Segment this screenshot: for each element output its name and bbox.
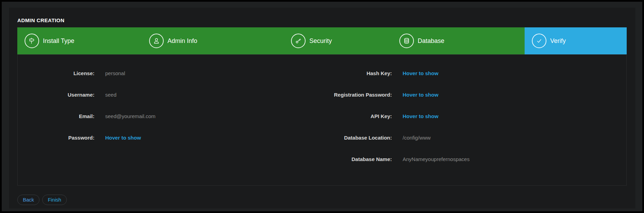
wizard-step-admin-info[interactable]: Admin Info — [142, 27, 284, 54]
wizard-step-bar: Install Type Admin Info — [17, 27, 627, 54]
email-value: seed@youremail.com — [105, 113, 155, 119]
registration-password-hover-to-show-link[interactable]: Hover to show — [403, 92, 438, 98]
wizard-step-label: Install Type — [43, 37, 74, 45]
wizard-step-label: Database — [418, 37, 444, 45]
summary-row-username: Username: seed — [18, 84, 322, 105]
wizard-step-security[interactable]: Security — [284, 27, 392, 54]
license-value: personal — [105, 70, 125, 76]
hash-key-label: Hash Key: — [322, 70, 392, 76]
summary-left-column: License: personal Username: seed Email: … — [18, 62, 322, 185]
database-location-value: /config/www — [403, 135, 431, 141]
key-icon — [291, 34, 306, 48]
password-hover-to-show-link[interactable]: Hover to show — [105, 135, 141, 141]
username-label: Username: — [18, 92, 94, 98]
summary-row-api-key: API Key: Hover to show — [322, 105, 627, 127]
wizard-footer: Back Finish — [17, 195, 627, 205]
database-location-label: Database Location: — [322, 135, 392, 141]
finish-button[interactable]: Finish — [42, 195, 67, 205]
wizard-step-label: Security — [309, 37, 332, 45]
registration-password-label: Registration Password: — [322, 92, 392, 98]
app-window: ADMIN CREATION Install Type — [0, 0, 644, 213]
summary-row-database-location: Database Location: /config/www — [322, 127, 627, 148]
wizard-step-label: Verify — [550, 37, 566, 45]
api-key-hover-to-show-link[interactable]: Hover to show — [403, 113, 438, 119]
signpost-icon — [25, 34, 39, 48]
wizard-step-install-type[interactable]: Install Type — [17, 27, 142, 54]
page-title: ADMIN CREATION — [17, 17, 627, 24]
password-label: Password: — [18, 135, 94, 141]
database-name-value: AnyNameyouprefernospaces — [403, 156, 470, 162]
wizard-step-label: Admin Info — [167, 37, 197, 45]
hash-key-hover-to-show-link[interactable]: Hover to show — [403, 70, 438, 76]
verify-summary-panel: License: personal Username: seed Email: … — [17, 54, 627, 186]
wizard-step-database[interactable]: Database — [392, 27, 525, 54]
summary-row-license: License: personal — [18, 62, 322, 84]
email-label: Email: — [18, 113, 94, 119]
summary-row-hash-key: Hash Key: Hover to show — [322, 62, 627, 84]
summary-row-registration-password: Registration Password: Hover to show — [322, 84, 627, 105]
api-key-label: API Key: — [322, 113, 392, 119]
license-label: License: — [18, 70, 94, 76]
back-button[interactable]: Back — [17, 195, 39, 205]
summary-row-database-name: Database Name: AnyNameyouprefernospaces — [322, 148, 627, 170]
summary-right-column: Hash Key: Hover to show Registration Pas… — [322, 62, 627, 185]
user-icon — [149, 34, 164, 48]
summary-row-email: Email: seed@youremail.com — [18, 105, 322, 127]
username-value: seed — [105, 92, 117, 98]
database-name-label: Database Name: — [322, 156, 392, 162]
summary-row-password: Password: Hover to show — [18, 127, 322, 148]
wizard-step-verify[interactable]: Verify — [525, 27, 627, 54]
admin-creation-panel: ADMIN CREATION Install Type — [9, 8, 635, 208]
database-icon — [399, 34, 414, 48]
check-icon — [532, 34, 546, 48]
